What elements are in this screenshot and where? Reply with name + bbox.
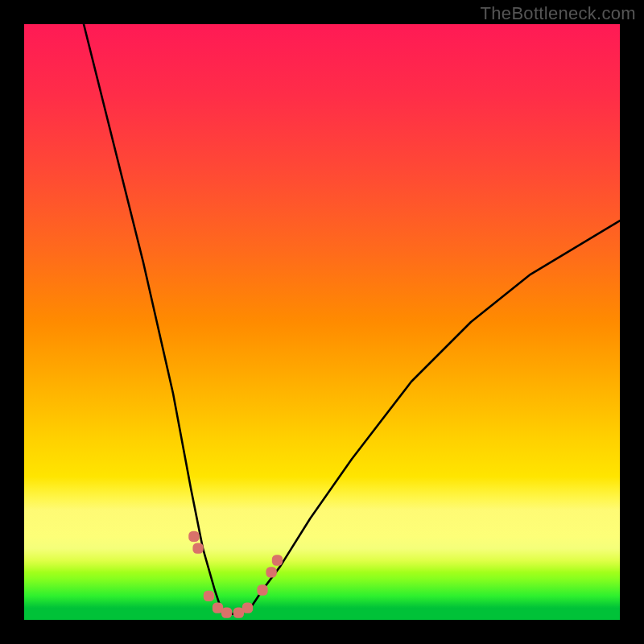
marker-dot xyxy=(266,567,276,577)
bottleneck-curve xyxy=(84,24,620,614)
watermark: TheBottleneck.com xyxy=(481,3,636,24)
marker-dot xyxy=(272,555,283,565)
marker-dot xyxy=(221,607,232,617)
marker-dot xyxy=(188,531,199,542)
chart-frame: TheBottleneck.com xyxy=(0,0,644,644)
marker-dot xyxy=(204,591,214,601)
marker-dot xyxy=(257,584,267,595)
marker-dot xyxy=(242,603,253,613)
marker-dot xyxy=(192,543,203,554)
chart-svg xyxy=(24,24,620,620)
plot-area xyxy=(24,24,620,620)
